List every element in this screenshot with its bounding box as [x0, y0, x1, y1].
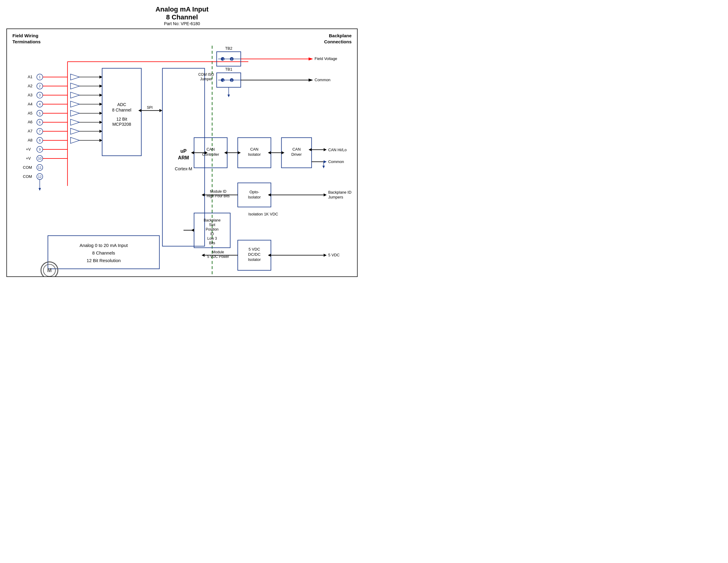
logo-text: M — [47, 267, 52, 273]
field-voltage-text: Field Voltage — [315, 56, 337, 61]
spi-arrow-right — [159, 109, 162, 112]
spi-label: SPI — [147, 105, 153, 110]
ch-label-a7: A7 — [28, 129, 32, 133]
dcdc-5v-arrow-r — [324, 253, 327, 257]
can-common-arrow-down2 — [323, 166, 325, 168]
diagram-svg: TB2 1 2 Field Voltage A1 1 A2 2 A3 3 A4 … — [7, 29, 357, 276]
adc-text-1: ADC — [117, 102, 126, 107]
ch-label-a5: A5 — [28, 111, 32, 115]
up-text-2: ARM — [178, 155, 189, 160]
ch-label-a1: A1 — [28, 74, 32, 79]
buf-4 — [71, 101, 80, 107]
can-iso-text-2: Isolator — [248, 152, 261, 157]
buf-2 — [71, 83, 80, 89]
buf-7 — [71, 128, 80, 134]
spi-arrow-left — [138, 109, 141, 112]
module-id-text-1: Module ID — [210, 189, 227, 194]
ch-label-a3: A3 — [28, 93, 32, 97]
tb1-down-arrow — [227, 94, 230, 97]
ch-num-8: 8 — [39, 138, 41, 142]
slot-id-arrow — [191, 229, 194, 232]
five-vdc-text: 5 VDC — [328, 253, 340, 257]
backplane-id-text-1: Backplane ID — [328, 190, 352, 194]
dcdc-text-3: Isolator — [248, 257, 261, 262]
slot-id-text-4: ID — [210, 232, 214, 236]
tb1-label: TB1 — [225, 67, 232, 71]
module-5v-text-2: 5 VDC Power — [207, 254, 229, 259]
common-text-can: Common — [328, 159, 344, 164]
can-drv-hilo-arrow-l — [309, 148, 312, 151]
ch-num-5: 5 — [39, 111, 41, 115]
com-iso-text-1: COM ISO — [198, 72, 214, 77]
buf-8 — [71, 137, 80, 143]
com-down-arrow — [38, 188, 41, 190]
module-id-text-2: High Four Bits — [207, 194, 230, 198]
opto-backplane-arrow-r — [324, 193, 327, 196]
page-title: Analog mA Input 8 Channel Part No: VPE-6… — [155, 5, 208, 26]
diagram-container: Field WiringTerminations BackplaneConnec… — [6, 28, 358, 277]
module-id-arrow — [202, 193, 205, 196]
can-iso-drv-arrow-l — [268, 151, 271, 154]
tb1-num2: 2 — [231, 79, 233, 82]
opto-iso-text-2: Isolator — [248, 195, 261, 199]
dcdc-text-2: DC/DC — [248, 252, 260, 257]
com-iso-text-2: Jumper — [200, 77, 212, 81]
up-text-1: uP — [180, 148, 187, 154]
ch-label-com12: COM — [23, 174, 32, 179]
can-hilo-text: CAN Hi/Lo — [328, 147, 347, 152]
ch-num-6: 6 — [39, 120, 41, 124]
tb2-label-1: 1 — [223, 58, 224, 61]
ch-label-a4: A4 — [28, 102, 32, 106]
adc-text-4: MCP3208 — [112, 122, 131, 127]
ch-num-7: 7 — [39, 129, 41, 133]
can-iso-drv-arrow-r — [281, 151, 284, 154]
can-ctrl-text-1: CAN — [207, 147, 215, 151]
buf-1 — [71, 74, 80, 80]
ch-label-com11: COM — [23, 165, 32, 170]
ch-num-12: 12 — [38, 175, 41, 178]
can-ctrl-iso-arrow-l — [224, 151, 227, 154]
info-text-3: 12 Bit Resolution — [87, 258, 121, 263]
buf-3 — [71, 92, 80, 98]
module-5v-text-1: Module — [212, 250, 224, 254]
slot-id-text-3: Position — [206, 227, 218, 231]
buf-5 — [71, 110, 80, 116]
opto-backplane-arrow-l — [268, 193, 271, 196]
slot-id-text-1: Backplane — [204, 218, 221, 222]
slot-id-text-6: Bits — [209, 241, 215, 245]
up-can-ctrl-arrow-l — [191, 151, 194, 154]
common-text-top: Common — [315, 78, 330, 82]
ch-label-plusv9: +V — [26, 147, 31, 151]
ch-num-10: 10 — [38, 157, 41, 160]
ch-label-plusv10: +V — [26, 156, 31, 161]
backplane-id-text-2: Jumpers — [328, 195, 343, 199]
can-ctrl-iso-arrow-r — [238, 151, 241, 154]
ch-num-1: 1 — [39, 75, 41, 79]
ch-label-a6: A6 — [28, 120, 32, 124]
adc-text-3: 12 Bit — [116, 117, 127, 121]
opto-iso-text-1: Opto- — [250, 190, 259, 194]
slot-id-text-2: Slot — [209, 223, 215, 227]
info-text-2: 8 Channels — [92, 250, 115, 255]
up-text-3: Cortex-M — [175, 166, 192, 171]
ch-num-2: 2 — [39, 84, 41, 88]
adc-text-2: 8 Channel — [112, 108, 131, 112]
common-arrow-top — [309, 78, 313, 81]
ch-label-a2: A2 — [28, 84, 32, 88]
can-iso-text-1: CAN — [250, 147, 258, 151]
info-text-1: Analog 0 to 20 mA Input — [80, 243, 128, 248]
buf-6 — [71, 119, 80, 125]
tb2-label-2: 2 — [231, 58, 233, 61]
field-voltage-arrow — [309, 58, 313, 61]
tb1-num1: 1 — [223, 79, 224, 82]
ch-num-11: 11 — [38, 166, 41, 169]
ch-num-3: 3 — [39, 93, 41, 97]
can-drv-text-2: Driver — [291, 152, 302, 157]
dcdc-5v-arrow-l — [268, 253, 271, 257]
isolation-text: Isolation 1K VDC — [248, 212, 278, 216]
ch-num-4: 4 — [39, 102, 41, 106]
ch-label-a8: A8 — [28, 138, 32, 142]
ch-num-9: 9 — [39, 147, 41, 151]
tb2-label: TB2 — [225, 46, 232, 51]
can-drv-hilo-arrow-r — [324, 148, 327, 151]
